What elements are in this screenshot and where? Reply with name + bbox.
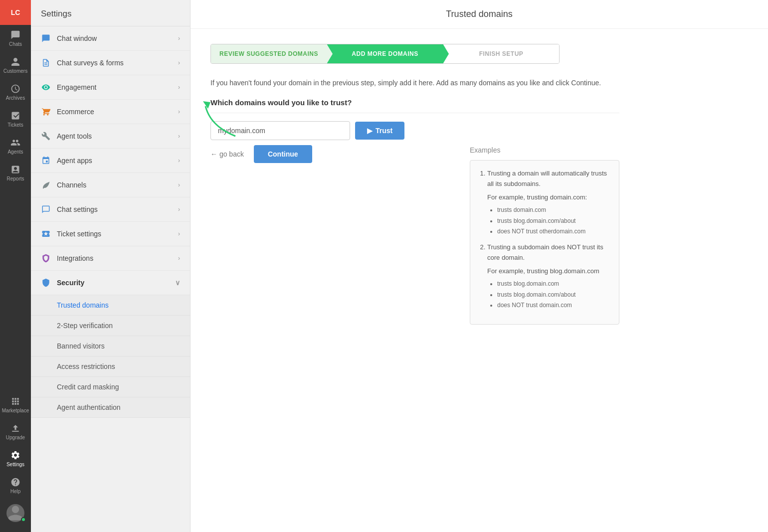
sidebar-item-agents[interactable]: Agents [0,133,31,160]
example-1-bullet-2: trusts blog.domain.com/about [497,216,610,226]
question-text: Which domains would you like to trust? [210,98,619,113]
chats-icon [10,30,20,40]
chat-settings-icon [41,204,51,214]
help-icon [10,477,20,487]
wizard-step-review[interactable]: REVIEW SUGGESTED DOMAINS [211,44,327,63]
sidebar-item-chat-surveys[interactable]: Chat surveys & forms › [31,51,190,75]
agent-tools-icon [41,131,51,141]
chevron-right-icon: › [178,255,180,262]
sidebar-item-tickets[interactable]: Tickets [0,106,31,133]
page-title: Trusted domains [191,0,768,29]
go-back-link[interactable]: ← go back [210,150,244,158]
continue-button[interactable]: Continue [254,145,312,163]
icon-nav: LC Chats Customers Archives Tickets Agen… [0,0,31,532]
sidebar-item-chat-window[interactable]: Chat window › [31,26,190,51]
example-2-label: For example, trusting blog.domain.com [487,266,610,277]
sub-item-banned-visitors[interactable]: Banned visitors [31,336,190,356]
sidebar-title: Settings [31,0,190,26]
description-text: If you haven't found your domain in the … [210,78,619,88]
sidebar-item-label: Agent tools [57,132,92,140]
example-1-bullet-1: trusts domain.com [497,205,610,215]
example-2-text: Trusting a subdomain does NOT trust its … [487,243,603,261]
chevron-right-icon: › [178,157,180,164]
sidebar-item-label: Ecommerce [57,108,94,116]
ecommerce-icon [41,107,51,117]
sidebar-item-engagement[interactable]: Engagement › [31,75,190,100]
sidebar-item-agent-apps[interactable]: Agent apps › [31,149,190,173]
example-1-text: Trusting a domain will automatically tru… [487,170,607,187]
sidebar-item-label: Integrations [57,254,93,262]
sidebar-item-label: Engagement [57,83,96,91]
ticket-settings-icon [41,229,51,239]
sub-item-trusted-domains[interactable]: Trusted domains [31,295,190,316]
sub-item-access-restrictions[interactable]: Access restrictions [31,356,190,377]
security-icon [41,278,51,288]
wizard-step-add-more[interactable]: ADD MORE DOMAINS [327,44,443,63]
sidebar-item-settings[interactable]: Settings [0,445,31,472]
reports-icon [10,165,20,175]
integrations-icon [41,253,51,263]
tickets-icon [10,111,20,121]
example-1-bullet-3: does NOT trust otherdomain.com [497,227,610,236]
examples-box: Trusting a domain will automatically tru… [470,160,619,325]
chat-surveys-icon [41,58,51,68]
sidebar-item-label: Chat surveys & forms [57,59,124,67]
sidebar-item-archives[interactable]: Archives [0,79,31,106]
wizard-arrow-active [443,44,449,64]
wizard-step-finish[interactable]: FINISH SETUP [443,44,559,63]
sidebar-item-marketplace[interactable]: Marketplace [0,391,31,418]
sidebar-item-help[interactable]: Help [0,472,31,499]
sidebar-item-label: Channels [57,181,86,189]
trust-button[interactable]: ▶ Trust [355,122,404,140]
domain-input[interactable] [210,121,350,140]
domain-input-row: ▶ Trust [210,121,450,140]
sidebar-item-security[interactable]: Security ∨ [31,271,190,295]
user-avatar-area[interactable] [0,499,31,527]
marketplace-icon [10,396,20,406]
chevron-right-icon: › [178,206,180,213]
chat-window-icon [41,33,51,43]
settings-sidebar: Settings Chat window › Chat surveys & fo… [31,0,191,532]
example-2-bullet-1: trusts blog.domain.com [497,279,610,289]
example-1-label: For example, trusting domain.com: [487,192,610,203]
sidebar-item-chats[interactable]: Chats [0,25,31,52]
sub-item-credit-card-masking[interactable]: Credit card masking [31,377,190,397]
customers-icon [10,57,20,67]
agent-apps-icon [41,156,51,166]
sidebar-item-customers[interactable]: Customers [0,52,31,79]
actions-row: ← go back Continue [210,145,450,163]
chevron-right-icon: › [178,84,180,91]
sidebar-item-agent-tools[interactable]: Agent tools › [31,124,190,149]
engagement-icon [41,82,51,92]
chevron-right-icon: › [178,108,180,115]
chevron-right-icon: › [178,59,180,66]
sub-item-agent-authentication[interactable]: Agent authentication [31,397,190,418]
app-logo: LC [0,0,31,25]
sidebar-item-label: Security [57,279,84,287]
chevron-down-icon: ∨ [175,279,180,287]
example-2-bullet-2: trusts blog.domain.com/about [497,290,610,300]
content-with-examples: ▶ Trust ← go back Continue Examples Trus… [210,121,619,325]
chevron-right-icon: › [178,181,180,188]
sidebar-item-chat-settings[interactable]: Chat settings › [31,197,190,222]
sidebar-item-ticket-settings[interactable]: Ticket settings › [31,222,190,246]
main-content: Trusted domains REVIEW SUGGESTED DOMAINS… [191,0,768,532]
wizard-steps: REVIEW SUGGESTED DOMAINS ADD MORE DOMAIN… [210,44,560,64]
examples-title: Examples [470,146,619,154]
sub-item-2step[interactable]: 2-Step verification [31,316,190,336]
sidebar-item-label: Chat settings [57,205,98,213]
sidebar-item-label: Ticket settings [57,230,101,238]
chevron-right-icon: › [178,35,180,42]
form-area: ▶ Trust ← go back Continue [210,121,450,163]
wizard-arrow-completed [327,44,333,64]
sidebar-item-reports[interactable]: Reports [0,160,31,186]
sidebar-item-upgrade[interactable]: Upgrade [0,418,31,445]
examples-panel: Examples Trusting a domain will automati… [470,146,619,325]
chevron-right-icon: › [178,230,180,237]
online-status-dot [21,517,26,522]
security-sub-items: Trusted domains 2-Step verification Bann… [31,295,190,418]
sidebar-item-label: Chat window [57,34,97,42]
sidebar-item-channels[interactable]: Channels › [31,173,190,197]
sidebar-item-ecommerce[interactable]: Ecommerce › [31,100,190,124]
sidebar-item-integrations[interactable]: Integrations › [31,246,190,271]
